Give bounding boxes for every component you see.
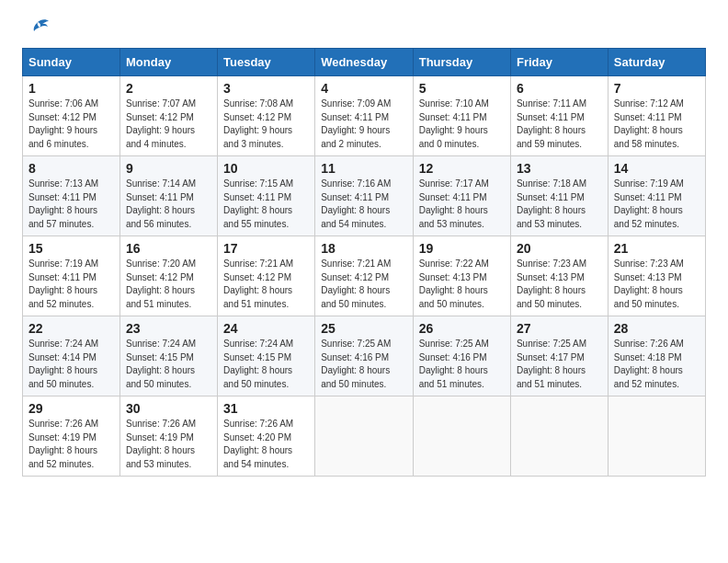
calendar-table: Sunday Monday Tuesday Wednesday Thursday… (22, 48, 706, 477)
day-detail: Sunrise: 7:24 AMSunset: 4:15 PMDaylight:… (223, 338, 309, 391)
col-sunday: Sunday (23, 49, 120, 76)
day-detail: Sunrise: 7:25 AMSunset: 4:16 PMDaylight:… (419, 338, 505, 391)
table-row: 30Sunrise: 7:26 AMSunset: 4:19 PMDayligh… (120, 396, 218, 477)
table-row: 7Sunrise: 7:12 AMSunset: 4:11 PMDaylight… (608, 76, 705, 156)
day-detail: Sunrise: 7:13 AMSunset: 4:11 PMDaylight:… (28, 178, 114, 231)
day-number: 16 (126, 241, 211, 256)
logo (22, 18, 50, 39)
table-row: 22Sunrise: 7:24 AMSunset: 4:14 PMDayligh… (23, 316, 120, 396)
calendar-week-row: 22Sunrise: 7:24 AMSunset: 4:14 PMDayligh… (23, 316, 706, 396)
day-number: 15 (28, 241, 114, 256)
day-number: 28 (614, 321, 700, 336)
day-number: 3 (223, 81, 309, 96)
day-number: 24 (223, 321, 309, 336)
table-row: 20Sunrise: 7:23 AMSunset: 4:13 PMDayligh… (510, 236, 608, 316)
calendar-week-row: 1Sunrise: 7:06 AMSunset: 4:12 PMDaylight… (23, 76, 706, 156)
day-number: 25 (321, 321, 407, 336)
table-row: 19Sunrise: 7:22 AMSunset: 4:13 PMDayligh… (413, 236, 510, 316)
day-number: 19 (419, 241, 505, 256)
table-row: 18Sunrise: 7:21 AMSunset: 4:12 PMDayligh… (315, 236, 414, 316)
col-saturday: Saturday (608, 49, 705, 76)
table-row: 10Sunrise: 7:15 AMSunset: 4:11 PMDayligh… (218, 156, 315, 236)
calendar-header-row: Sunday Monday Tuesday Wednesday Thursday… (23, 49, 706, 76)
day-detail: Sunrise: 7:24 AMSunset: 4:14 PMDaylight:… (28, 338, 114, 391)
day-number: 5 (419, 81, 505, 96)
day-number: 21 (614, 241, 700, 256)
day-number: 10 (223, 161, 309, 176)
day-number: 20 (517, 241, 602, 256)
day-number: 31 (223, 401, 309, 416)
table-row (510, 396, 608, 477)
col-friday: Friday (510, 49, 608, 76)
table-row: 31Sunrise: 7:26 AMSunset: 4:20 PMDayligh… (218, 396, 315, 477)
table-row: 29Sunrise: 7:26 AMSunset: 4:19 PMDayligh… (23, 396, 120, 477)
col-monday: Monday (120, 49, 218, 76)
day-number: 7 (614, 81, 700, 96)
day-detail: Sunrise: 7:06 AMSunset: 4:12 PMDaylight:… (28, 98, 114, 151)
day-detail: Sunrise: 7:09 AMSunset: 4:11 PMDaylight:… (321, 98, 407, 151)
table-row: 6Sunrise: 7:11 AMSunset: 4:11 PMDaylight… (510, 76, 608, 156)
table-row: 23Sunrise: 7:24 AMSunset: 4:15 PMDayligh… (120, 316, 218, 396)
col-tuesday: Tuesday (218, 49, 315, 76)
day-number: 8 (28, 161, 114, 176)
page-header (22, 18, 706, 39)
day-number: 30 (126, 401, 211, 416)
day-detail: Sunrise: 7:23 AMSunset: 4:13 PMDaylight:… (614, 258, 700, 311)
logo-bird-icon (26, 18, 50, 39)
day-number: 12 (419, 161, 505, 176)
table-row (608, 396, 705, 477)
day-number: 9 (126, 161, 211, 176)
col-wednesday: Wednesday (315, 49, 414, 76)
day-detail: Sunrise: 7:20 AMSunset: 4:12 PMDaylight:… (126, 258, 211, 311)
table-row: 1Sunrise: 7:06 AMSunset: 4:12 PMDaylight… (23, 76, 120, 156)
day-detail: Sunrise: 7:15 AMSunset: 4:11 PMDaylight:… (223, 178, 309, 231)
day-detail: Sunrise: 7:26 AMSunset: 4:19 PMDaylight:… (126, 418, 211, 471)
table-row: 21Sunrise: 7:23 AMSunset: 4:13 PMDayligh… (608, 236, 705, 316)
day-detail: Sunrise: 7:11 AMSunset: 4:11 PMDaylight:… (517, 98, 602, 151)
day-number: 27 (517, 321, 602, 336)
day-number: 6 (517, 81, 602, 96)
day-number: 23 (126, 321, 211, 336)
day-number: 2 (126, 81, 211, 96)
table-row: 12Sunrise: 7:17 AMSunset: 4:11 PMDayligh… (413, 156, 510, 236)
day-detail: Sunrise: 7:24 AMSunset: 4:15 PMDaylight:… (126, 338, 211, 391)
calendar-week-row: 8Sunrise: 7:13 AMSunset: 4:11 PMDaylight… (23, 156, 706, 236)
day-number: 4 (321, 81, 407, 96)
table-row: 15Sunrise: 7:19 AMSunset: 4:11 PMDayligh… (23, 236, 120, 316)
table-row: 28Sunrise: 7:26 AMSunset: 4:18 PMDayligh… (608, 316, 705, 396)
day-number: 29 (28, 401, 114, 416)
table-row: 5Sunrise: 7:10 AMSunset: 4:11 PMDaylight… (413, 76, 510, 156)
table-row: 26Sunrise: 7:25 AMSunset: 4:16 PMDayligh… (413, 316, 510, 396)
day-number: 1 (28, 81, 114, 96)
day-detail: Sunrise: 7:14 AMSunset: 4:11 PMDaylight:… (126, 178, 211, 231)
table-row (315, 396, 414, 477)
day-detail: Sunrise: 7:10 AMSunset: 4:11 PMDaylight:… (419, 98, 505, 151)
day-detail: Sunrise: 7:19 AMSunset: 4:11 PMDaylight:… (28, 258, 114, 311)
day-number: 18 (321, 241, 407, 256)
day-detail: Sunrise: 7:18 AMSunset: 4:11 PMDaylight:… (517, 178, 602, 231)
day-detail: Sunrise: 7:25 AMSunset: 4:16 PMDaylight:… (321, 338, 407, 391)
table-row (413, 396, 510, 477)
day-detail: Sunrise: 7:12 AMSunset: 4:11 PMDaylight:… (614, 98, 700, 151)
day-detail: Sunrise: 7:08 AMSunset: 4:12 PMDaylight:… (223, 98, 309, 151)
day-detail: Sunrise: 7:26 AMSunset: 4:18 PMDaylight:… (614, 338, 700, 391)
table-row: 24Sunrise: 7:24 AMSunset: 4:15 PMDayligh… (218, 316, 315, 396)
table-row: 9Sunrise: 7:14 AMSunset: 4:11 PMDaylight… (120, 156, 218, 236)
day-detail: Sunrise: 7:21 AMSunset: 4:12 PMDaylight:… (223, 258, 309, 311)
col-thursday: Thursday (413, 49, 510, 76)
table-row: 16Sunrise: 7:20 AMSunset: 4:12 PMDayligh… (120, 236, 218, 316)
table-row: 17Sunrise: 7:21 AMSunset: 4:12 PMDayligh… (218, 236, 315, 316)
day-number: 14 (614, 161, 700, 176)
day-detail: Sunrise: 7:26 AMSunset: 4:19 PMDaylight:… (28, 418, 114, 471)
table-row: 11Sunrise: 7:16 AMSunset: 4:11 PMDayligh… (315, 156, 414, 236)
table-row: 2Sunrise: 7:07 AMSunset: 4:12 PMDaylight… (120, 76, 218, 156)
day-detail: Sunrise: 7:17 AMSunset: 4:11 PMDaylight:… (419, 178, 505, 231)
day-detail: Sunrise: 7:22 AMSunset: 4:13 PMDaylight:… (419, 258, 505, 311)
day-number: 26 (419, 321, 505, 336)
day-number: 22 (28, 321, 114, 336)
day-detail: Sunrise: 7:26 AMSunset: 4:20 PMDaylight:… (223, 418, 309, 471)
table-row: 25Sunrise: 7:25 AMSunset: 4:16 PMDayligh… (315, 316, 414, 396)
table-row: 27Sunrise: 7:25 AMSunset: 4:17 PMDayligh… (510, 316, 608, 396)
day-detail: Sunrise: 7:21 AMSunset: 4:12 PMDaylight:… (321, 258, 407, 311)
day-detail: Sunrise: 7:19 AMSunset: 4:11 PMDaylight:… (614, 178, 700, 231)
